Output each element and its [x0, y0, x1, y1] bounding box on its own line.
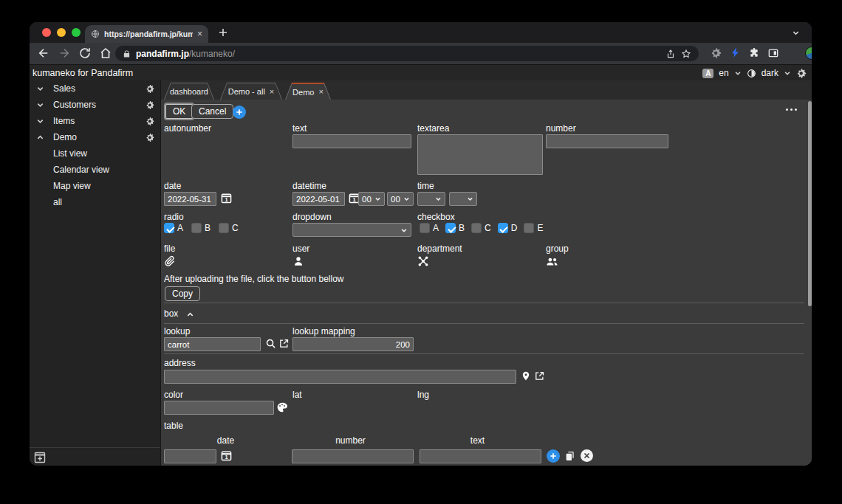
puzzle-icon[interactable] — [748, 47, 761, 60]
sidebar-item-sales[interactable]: Sales — [30, 80, 160, 97]
lookup-mapping-input[interactable] — [292, 337, 414, 351]
calendar-icon[interactable]: 1 — [221, 193, 232, 204]
tab-list-chevron-icon[interactable] — [792, 29, 800, 37]
table-text-input[interactable] — [420, 449, 541, 463]
external-link-icon[interactable] — [534, 370, 545, 382]
sidebar-item-demo[interactable]: Demo — [30, 129, 160, 145]
add-app-icon[interactable] — [34, 452, 46, 463]
back-icon[interactable] — [37, 46, 50, 60]
table-number-input[interactable] — [292, 449, 414, 463]
cancel-button[interactable]: Cancel — [191, 104, 233, 119]
tab-close-icon[interactable]: × — [197, 30, 202, 38]
gear-icon[interactable] — [146, 84, 155, 94]
profile-avatar[interactable] — [805, 46, 812, 60]
checkbox-unchecked-icon[interactable] — [524, 223, 534, 233]
zoom-window-button[interactable] — [72, 28, 81, 37]
time-minute-select[interactable] — [449, 192, 477, 206]
gear-icon[interactable] — [146, 117, 155, 126]
language-select-value[interactable]: en — [719, 68, 728, 78]
checkbox-checked-icon[interactable] — [164, 223, 174, 233]
lock-icon[interactable] — [123, 49, 131, 58]
close-icon[interactable]: × — [318, 88, 323, 96]
copy-button[interactable]: Copy — [165, 286, 200, 301]
plus-circle-icon[interactable] — [233, 106, 246, 119]
number-input[interactable] — [546, 134, 668, 148]
sidebar-item-calendar-view[interactable]: Calendar view — [30, 162, 160, 178]
gear-icon[interactable] — [711, 47, 723, 60]
checkbox-option[interactable]: E — [524, 223, 543, 233]
chevron-down-icon[interactable] — [36, 117, 44, 125]
text-input[interactable] — [292, 134, 411, 148]
checkbox-unchecked-icon[interactable] — [191, 223, 202, 233]
ok-button[interactable]: OK — [165, 104, 193, 119]
checkbox-checked-icon[interactable] — [498, 223, 508, 233]
checkbox-unchecked-icon[interactable] — [219, 223, 229, 233]
date-input[interactable] — [164, 192, 216, 206]
sidebar-item-items[interactable]: Items — [30, 113, 160, 129]
bolt-icon[interactable] — [730, 47, 742, 60]
add-row-icon[interactable] — [547, 449, 560, 463]
reload-icon[interactable] — [78, 46, 92, 60]
time-hour-select[interactable] — [417, 192, 445, 206]
checkbox-unchecked-icon[interactable] — [471, 223, 482, 233]
group-icon[interactable] — [546, 255, 558, 267]
chevron-down-icon[interactable] — [36, 101, 44, 109]
paperclip-icon[interactable] — [164, 255, 176, 267]
chevron-down-icon[interactable] — [734, 69, 742, 77]
checkbox-unchecked-icon[interactable] — [420, 223, 430, 233]
calendar-icon[interactable]: 1 — [221, 450, 232, 461]
gear-icon[interactable] — [146, 100, 155, 110]
datetime-hour-select[interactable]: 00 — [358, 192, 385, 206]
external-link-icon[interactable] — [278, 338, 290, 349]
gear-icon[interactable] — [146, 133, 155, 142]
sidebar-item-customers[interactable]: Customers — [30, 97, 160, 113]
sidebar-item-all[interactable]: all — [30, 194, 160, 210]
radio-option[interactable]: B — [191, 223, 210, 233]
checkbox-checked-icon[interactable] — [445, 223, 456, 233]
datetime-date-input[interactable] — [292, 192, 345, 206]
tab-demo[interactable]: Demo× — [285, 83, 331, 100]
home-icon[interactable] — [99, 46, 112, 60]
checkbox-option[interactable]: C — [471, 223, 491, 233]
checkbox-option[interactable]: B — [445, 223, 465, 233]
star-icon[interactable] — [681, 49, 691, 59]
lookup-input[interactable] — [164, 337, 261, 351]
sidebar-item-map-view[interactable]: Map view — [30, 178, 160, 194]
browser-tab[interactable]: https://pandafirm.jp/kumaneko × — [85, 25, 208, 43]
datetime-minute-select[interactable]: 00 — [387, 192, 414, 206]
tab-dashboard[interactable]: dashboard — [164, 83, 214, 100]
table-date-input[interactable] — [164, 449, 216, 463]
radio-option[interactable]: C — [219, 223, 239, 233]
new-tab-button[interactable] — [217, 27, 229, 38]
gear-icon[interactable] — [796, 68, 807, 79]
color-input[interactable] — [164, 401, 274, 415]
chevron-up-icon[interactable] — [36, 134, 44, 142]
dropdown-select[interactable] — [292, 223, 411, 237]
radio-option[interactable]: A — [164, 223, 183, 233]
textarea-input[interactable] — [417, 134, 543, 175]
checkbox-option[interactable]: D — [498, 223, 518, 233]
checkbox-option[interactable]: A — [420, 223, 439, 233]
chevron-down-icon[interactable] — [784, 69, 791, 77]
chevron-down-icon[interactable] — [36, 85, 44, 93]
map-pin-icon[interactable] — [521, 370, 531, 382]
palette-icon[interactable] — [276, 401, 288, 413]
tab-demo-all[interactable]: Demo - all× — [220, 83, 282, 100]
chevron-up-icon[interactable] — [186, 311, 194, 319]
forward-icon[interactable] — [58, 46, 71, 60]
department-icon[interactable] — [417, 255, 429, 267]
address-input[interactable] — [164, 370, 516, 384]
scrollbar-thumb[interactable] — [808, 101, 812, 306]
duplicate-row-icon[interactable] — [564, 450, 576, 462]
share-icon[interactable] — [665, 49, 676, 59]
side-panel-icon[interactable] — [767, 47, 780, 60]
theme-select-value[interactable]: dark — [761, 68, 778, 78]
search-icon[interactable] — [265, 338, 276, 349]
sidebar-item-list-view[interactable]: List view — [30, 145, 160, 162]
minimize-window-button[interactable] — [57, 28, 66, 37]
delete-row-icon[interactable] — [581, 449, 593, 462]
close-window-button[interactable] — [42, 28, 51, 37]
address-bar[interactable]: pandafirm.jp/kumaneko/ — [115, 46, 699, 61]
close-icon[interactable]: × — [270, 88, 274, 96]
more-icon[interactable] — [786, 108, 797, 111]
